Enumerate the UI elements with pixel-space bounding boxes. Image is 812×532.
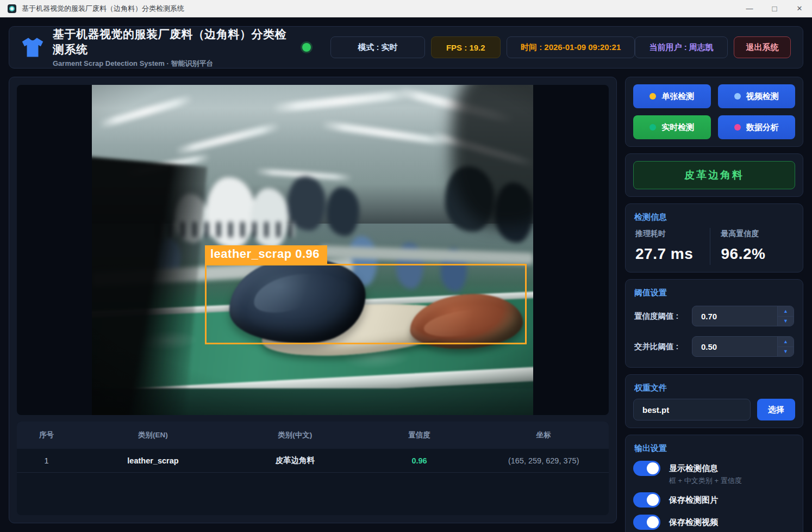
os-titlebar: 基于机器视觉的服装厂废料（边角料）分类检测系统 — □ ✕ bbox=[0, 0, 812, 17]
show-detection-info-toggle[interactable] bbox=[633, 461, 660, 476]
iou-threshold-value[interactable]: 0.50 bbox=[692, 337, 777, 356]
main-panel: leather_scrap 0.96 序号 类别(EN) 类别(中文) 置信度 … bbox=[9, 77, 617, 523]
table-row[interactable]: 1 leather_scrap 皮革边角料 0.96 (165, 259, 62… bbox=[17, 449, 609, 473]
single-image-detect-button[interactable]: 单张检测 bbox=[633, 84, 711, 108]
cell-class-cn: 皮革边角料 bbox=[230, 455, 360, 466]
col-header-confidence: 置信度 bbox=[360, 430, 479, 440]
result-panel: 皮革边角料 bbox=[625, 153, 803, 197]
toggle-label: 显示检测信息 bbox=[669, 461, 742, 476]
video-detect-button[interactable]: 视频检测 bbox=[718, 84, 796, 108]
iou-threshold-label: 交并比阈值 : bbox=[634, 342, 678, 352]
save-video-toggle[interactable] bbox=[633, 515, 660, 530]
inference-time-label: 推理耗时 bbox=[635, 229, 708, 239]
data-analysis-button[interactable]: 数据分析 bbox=[718, 115, 796, 139]
output-settings-panel: 输出设置 显示检测信息 框 + 中文类别 + 置信度 保存检测图片 保存检测视频 bbox=[625, 435, 803, 532]
max-confidence-label: 最高置信度 bbox=[721, 229, 794, 239]
minimize-button[interactable]: — bbox=[737, 0, 762, 17]
col-header-index: 序号 bbox=[17, 430, 76, 440]
app-icon bbox=[8, 4, 16, 13]
mode-button-label: 实时检测 bbox=[661, 122, 694, 133]
yellow-dot-icon bbox=[649, 93, 656, 100]
cell-confidence: 0.96 bbox=[360, 456, 479, 465]
window-title: 基于机器视觉的服装厂废料（边角料）分类检测系统 bbox=[22, 4, 184, 14]
col-header-class-cn: 类别(中文) bbox=[230, 430, 360, 440]
cell-index: 1 bbox=[17, 456, 76, 465]
panel-title: 输出设置 bbox=[634, 443, 795, 454]
col-header-class-en: 类别(EN) bbox=[76, 430, 230, 440]
confidence-threshold-label: 置信度阈值 : bbox=[634, 311, 678, 321]
lightblue-dot-icon bbox=[734, 93, 741, 100]
inference-time-value: 27.7 ms bbox=[635, 245, 708, 263]
sidebar: 单张检测 视频检测 实时检测 数据分析 bbox=[625, 77, 803, 523]
app-header: 基于机器视觉的服装厂废料（边角料）分类检测系统 Garment Scrap De… bbox=[9, 26, 803, 69]
mode-button-label: 视频检测 bbox=[746, 91, 779, 102]
spin-down-icon[interactable]: ▼ bbox=[778, 347, 794, 357]
col-header-bbox: 坐标 bbox=[478, 430, 609, 440]
toggle-label: 保存检测视频 bbox=[669, 515, 718, 530]
save-image-toggle[interactable] bbox=[633, 492, 660, 508]
pink-dot-icon bbox=[734, 124, 741, 131]
threshold-panel: 阈值设置 置信度阈值 : 0.70 ▲ ▼ 交并比阈值 : 0.50 bbox=[625, 279, 803, 368]
time-badge: 时间 : 2026-01-09 09:20:21 bbox=[507, 36, 635, 58]
panel-title: 检测信息 bbox=[634, 212, 795, 222]
toggle-sublabel: 框 + 中文类别 + 置信度 bbox=[669, 477, 742, 485]
detection-bounding-box bbox=[205, 264, 527, 344]
app-root: 基于机器视觉的服装厂废料（边角料）分类检测系统 Garment Scrap De… bbox=[0, 17, 812, 532]
spin-down-icon[interactable]: ▼ bbox=[778, 316, 794, 326]
mode-button-label: 数据分析 bbox=[746, 122, 779, 133]
cell-bbox: (165, 259, 629, 375) bbox=[478, 456, 609, 465]
panel-title: 权重文件 bbox=[634, 383, 795, 393]
mode-button-label: 单张检测 bbox=[661, 91, 694, 102]
confidence-threshold-spinner[interactable]: 0.70 ▲ ▼ bbox=[692, 306, 794, 326]
spin-up-icon[interactable]: ▲ bbox=[778, 337, 794, 347]
mode-buttons-panel: 单张检测 视频检测 实时检测 数据分析 bbox=[625, 77, 803, 147]
results-table: 序号 类别(EN) 类别(中文) 置信度 坐标 1 leather_scrap … bbox=[17, 422, 609, 515]
page-subtitle: Garment Scrap Detection System · 智能识别平台 bbox=[53, 59, 295, 69]
cell-class-en: leather_scrap bbox=[76, 456, 230, 465]
maximize-button[interactable]: □ bbox=[762, 0, 787, 17]
detection-label: leather_scrap 0.96 bbox=[205, 245, 327, 264]
table-header-row: 序号 类别(EN) 类别(中文) 置信度 坐标 bbox=[17, 422, 609, 449]
exit-system-button[interactable]: 退出系统 bbox=[734, 36, 791, 58]
close-button[interactable]: ✕ bbox=[787, 0, 812, 17]
panel-title: 阈值设置 bbox=[634, 288, 795, 298]
detected-class-badge: 皮革边角料 bbox=[633, 161, 795, 189]
choose-weights-button[interactable]: 选择 bbox=[757, 399, 795, 420]
tshirt-icon bbox=[21, 36, 44, 58]
camera-view: leather_scrap 0.96 bbox=[17, 85, 609, 415]
detection-info-panel: 检测信息 推理耗时 27.7 ms 最高置信度 96.2% bbox=[625, 203, 803, 273]
green-dot-icon bbox=[649, 124, 656, 131]
iou-threshold-spinner[interactable]: 0.50 ▲ ▼ bbox=[692, 336, 794, 357]
camera-frame: leather_scrap 0.96 bbox=[92, 85, 533, 415]
weights-file-field[interactable]: best.pt bbox=[633, 399, 751, 420]
spin-up-icon[interactable]: ▲ bbox=[778, 306, 794, 316]
current-user-badge: 当前用户 : 周志凯 bbox=[635, 36, 728, 58]
weights-panel: 权重文件 best.pt 选择 bbox=[625, 374, 803, 428]
status-indicator bbox=[302, 43, 311, 52]
mode-badge: 模式 : 实时 bbox=[330, 36, 424, 58]
max-confidence-value: 96.2% bbox=[721, 245, 794, 263]
page-title: 基于机器视觉的服装厂废料（边角料）分类检测系统 bbox=[53, 27, 295, 57]
toggle-label: 保存检测图片 bbox=[669, 492, 718, 508]
confidence-threshold-value[interactable]: 0.70 bbox=[692, 306, 777, 326]
realtime-detect-button[interactable]: 实时检测 bbox=[633, 115, 711, 139]
fps-badge: FPS : 19.2 bbox=[431, 36, 501, 58]
